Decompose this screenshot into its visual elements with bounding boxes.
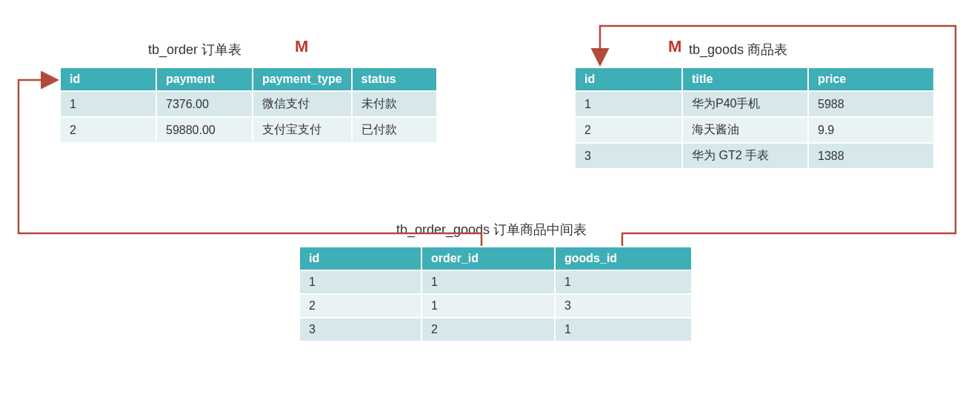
goods-cardinality-m: M bbox=[668, 37, 681, 56]
table-row: 3 2 1 bbox=[299, 318, 692, 341]
table-row: 2 59880.00 支付宝支付 已付款 bbox=[60, 117, 437, 143]
goods-table: id title price 1 华为P40手机 5988 2 海天酱油 9.9… bbox=[574, 67, 935, 170]
cell: 1 bbox=[60, 91, 156, 117]
cell: 1 bbox=[299, 270, 421, 294]
cell: 9.9 bbox=[808, 117, 934, 143]
cell: 海天酱油 bbox=[682, 117, 808, 143]
cell: 1 bbox=[421, 270, 555, 294]
table-row: 1 1 1 bbox=[299, 270, 692, 294]
table-row: 1 华为P40手机 5988 bbox=[575, 91, 934, 117]
col-id: id bbox=[60, 67, 156, 91]
col-title: title bbox=[682, 67, 808, 91]
cell: 2 bbox=[299, 294, 421, 318]
table-header-row: id title price bbox=[575, 67, 934, 91]
cell: 1 bbox=[555, 270, 692, 294]
cell: 5988 bbox=[808, 91, 934, 117]
cell: 3 bbox=[555, 294, 692, 318]
cell: 已付款 bbox=[352, 117, 437, 143]
col-id: id bbox=[575, 67, 682, 91]
col-id: id bbox=[299, 247, 421, 270]
mid-table-title: tb_order_goods 订单商品中间表 bbox=[396, 221, 587, 238]
cell: 2 bbox=[421, 318, 555, 341]
order-table-title: tb_order 订单表 bbox=[148, 41, 241, 59]
cell: 1388 bbox=[808, 143, 934, 169]
cell: 7376.00 bbox=[156, 91, 253, 117]
col-status: status bbox=[352, 67, 437, 91]
col-payment-type: payment_type bbox=[253, 67, 352, 91]
cell: 华为 GT2 手表 bbox=[682, 143, 808, 169]
table-header-row: id payment payment_type status bbox=[60, 67, 437, 91]
table-row: 1 7376.00 微信支付 未付款 bbox=[60, 91, 437, 117]
cell: 2 bbox=[575, 117, 682, 143]
table-row: 3 华为 GT2 手表 1388 bbox=[575, 143, 934, 169]
cell: 3 bbox=[299, 318, 421, 341]
cell: 1 bbox=[575, 91, 682, 117]
cell: 1 bbox=[555, 318, 692, 341]
col-price: price bbox=[808, 67, 934, 91]
cell: 华为P40手机 bbox=[682, 91, 808, 117]
col-payment: payment bbox=[156, 67, 253, 91]
cell: 1 bbox=[421, 294, 555, 318]
cell: 3 bbox=[575, 143, 682, 169]
order-cardinality-m: M bbox=[295, 37, 308, 56]
table-row: 2 海天酱油 9.9 bbox=[575, 117, 934, 143]
col-goods-id: goods_id bbox=[555, 247, 692, 270]
table-header-row: id order_id goods_id bbox=[299, 247, 692, 270]
cell: 微信支付 bbox=[253, 91, 352, 117]
cell: 支付宝支付 bbox=[253, 117, 352, 143]
table-row: 2 1 3 bbox=[299, 294, 692, 318]
order-table: id payment payment_type status 1 7376.00… bbox=[59, 67, 438, 144]
goods-table-title: tb_goods 商品表 bbox=[689, 41, 787, 59]
col-order-id: order_id bbox=[421, 247, 555, 270]
cell: 未付款 bbox=[352, 91, 437, 117]
cell: 59880.00 bbox=[156, 117, 253, 143]
cell: 2 bbox=[60, 117, 156, 143]
mid-table: id order_id goods_id 1 1 1 2 1 3 3 2 1 bbox=[299, 246, 693, 342]
